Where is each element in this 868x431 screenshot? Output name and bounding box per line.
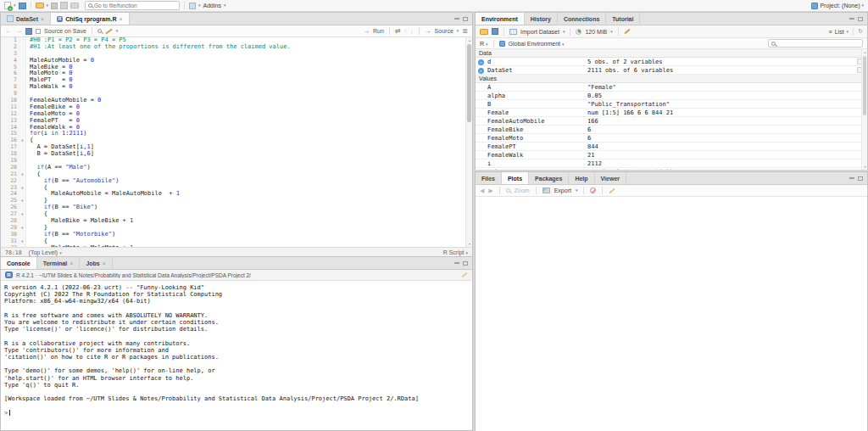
clear-all-plots-icon[interactable] [609,188,615,193]
files-tab-plots[interactable]: Plots [502,172,529,184]
line-number[interactable]: 32 [1,245,19,247]
remove-plot-icon[interactable] [590,188,596,193]
scroll-up-icon[interactable]: ▴ [466,38,472,42]
environment-row[interactable]: DataSet▸2111 obs. of 6 variables [476,66,867,75]
fold-marker-icon[interactable]: ▾ [19,137,26,144]
maximize-icon[interactable] [858,176,863,181]
load-workspace-icon[interactable] [480,29,488,35]
open-file-caret-icon[interactable]: ▾ [47,3,49,8]
environment-row[interactable]: d▸5 obs. of 2 variables [476,58,867,66]
forward-icon[interactable]: → [15,27,22,35]
files-tab-viewer[interactable]: Viewer [595,172,626,184]
back-icon[interactable]: ← [5,27,12,35]
source-button[interactable]: Source [435,28,453,34]
run-button[interactable]: Run [373,28,384,34]
console-tab-terminal[interactable]: Terminal× [37,257,81,269]
environment-row[interactable]: FemaleAutoMobile166 [476,117,867,126]
fold-marker-icon[interactable]: ▾ [19,171,26,178]
refresh-icon[interactable]: ↻ [858,28,863,35]
files-tab-files[interactable]: Files [476,172,502,184]
console-output[interactable]: R version 4.2.1 (2022-06-23 ucrt) -- "Fu… [1,281,472,417]
environment-row[interactable]: alpha0.05 [476,92,867,100]
code-tools-icon[interactable] [105,28,113,34]
environment-row[interactable]: FemalePT844 [476,143,867,151]
maximize-icon[interactable] [463,261,468,266]
environment-row[interactable]: A"Female" [476,83,867,92]
print-icon[interactable] [70,3,79,8]
addins-caret-icon[interactable]: ▾ [224,3,226,8]
environment-tab-connections[interactable]: Connections [558,13,606,25]
scroll-down-icon[interactable]: ▾ [862,165,868,169]
close-icon[interactable]: × [103,260,106,266]
language-selector[interactable]: R ▾ [480,41,488,47]
new-file-caret-icon[interactable]: ▾ [14,3,16,8]
minimize-icon[interactable] [849,18,854,20]
scrollbar-thumb[interactable] [467,44,471,122]
environment-tab-tutorial[interactable]: Tutorial [606,13,640,25]
environment-row[interactable]: FemaleBike6 [476,126,867,134]
minimize-icon[interactable] [454,262,459,264]
find-replace-icon[interactable] [97,29,102,33]
fold-marker-icon[interactable]: ▾ [19,238,26,245]
environment-tab-environment[interactable]: Environment [476,13,525,25]
project-caret-icon[interactable]: ▾ [861,3,864,8]
expand-icon[interactable]: ▸ [478,59,484,65]
import-dataset-button[interactable]: Import Dataset [520,29,559,35]
save-workspace-icon[interactable] [492,28,498,35]
scroll-down-icon[interactable]: ▾ [466,242,472,246]
source-caret-icon[interactable]: ▾ [457,29,459,33]
project-selector[interactable]: Project: (None) [820,3,860,8]
new-project-icon[interactable] [19,3,26,9]
list-view-selector[interactable]: List [835,29,844,35]
fold-marker-icon[interactable]: ▾ [19,211,26,218]
rerun-icon[interactable]: ⇄ [395,27,401,35]
source-on-save-checkbox[interactable] [36,29,41,34]
previous-section-icon[interactable]: ↑ [404,28,408,34]
goto-file-input[interactable] [94,3,167,8]
addins-caret-icon[interactable]: ▾ [198,3,201,8]
scope-selector[interactable]: (Top Level) ▾ [29,249,62,255]
file-type-selector[interactable]: R Script ▾ [443,249,468,255]
run-icon[interactable]: → [363,27,370,35]
scrollbar-thumb[interactable] [863,56,866,115]
zoom-plot-icon[interactable] [506,188,510,193]
next-section-icon[interactable]: ↓ [410,28,414,34]
code-tools-caret-icon[interactable]: ▾ [116,29,119,33]
fold-marker-icon[interactable]: ▾ [19,185,26,192]
close-icon[interactable]: × [119,16,122,22]
environment-row[interactable]: Femalenum [1:5] 166 6 6 844 21 [476,109,867,117]
new-file-icon[interactable] [4,2,11,9]
next-plot-icon[interactable]: ▶ [488,188,492,194]
clear-environment-icon[interactable] [624,29,630,35]
editor-scrollbar[interactable]: ▴ ▾ [465,37,472,247]
environment-tab-history[interactable]: History [525,13,558,25]
environment-object-list[interactable]: Datad▸5 obs. of 2 variablesDataSet▸2111 … [476,49,867,170]
memory-caret-icon[interactable]: ▾ [610,30,613,34]
export-plot-button[interactable]: Export [554,188,571,193]
save-all-icon[interactable] [60,2,68,9]
source-tab-chisq-rprogram-r[interactable]: RChiSq rprogram.R× [51,13,129,25]
environment-row[interactable]: i2112 [476,160,867,168]
list-view-caret-icon[interactable]: ▾ [847,30,849,34]
console-tab-jobs[interactable]: Jobs× [80,257,112,269]
close-icon[interactable]: × [70,260,73,266]
close-icon[interactable]: × [41,16,44,22]
environment-row[interactable]: FemaleWalk21 [476,151,867,160]
expand-icon[interactable]: ▸ [478,68,484,74]
export-caret-icon[interactable]: ▾ [576,188,578,193]
zoom-plot-button[interactable]: Zoom [515,188,530,193]
import-dataset-caret-icon[interactable]: ▾ [563,30,565,34]
environment-search-input[interactable] [777,37,854,50]
maximize-icon[interactable] [858,17,863,21]
code-editor[interactable]: 1#H0 :P1 = P2 = P3 = P4 = P52#H1 :At lea… [1,37,472,247]
console-tab-console[interactable]: Console [1,257,37,269]
environment-row[interactable]: FemaleMoto6 [476,134,867,143]
scroll-up-icon[interactable]: ▴ [862,50,868,54]
files-tab-packages[interactable]: Packages [529,172,569,184]
addins-grid-icon[interactable] [189,3,196,9]
console-prompt-line[interactable]: > [4,410,472,417]
minimize-icon[interactable] [454,18,459,20]
environment-row[interactable]: B"Public_Transportation" [476,100,867,109]
export-plot-icon[interactable] [542,188,550,193]
maximize-icon[interactable] [463,17,468,21]
